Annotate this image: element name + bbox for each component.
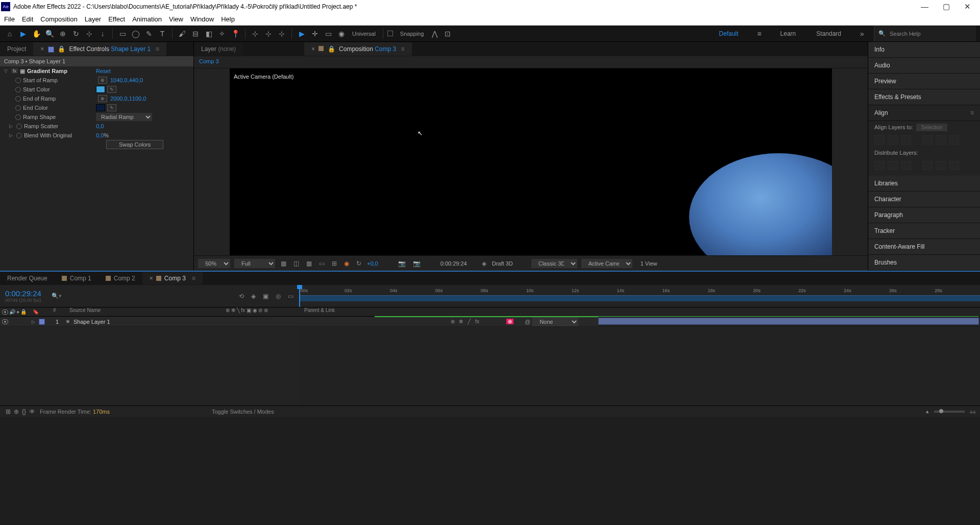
resolution-select[interactable]: Full <box>234 259 275 268</box>
tab-comp1[interactable]: Comp 1 <box>55 272 99 284</box>
layer-visibility-toggle[interactable] <box>2 319 8 324</box>
eyedropper-icon[interactable]: ✎ <box>107 86 116 93</box>
current-timecode[interactable]: 0:00:29:24 <box>5 289 41 298</box>
snap-opt2-icon[interactable]: ⊡ <box>442 28 453 39</box>
dist-left-icon[interactable] <box>874 161 885 170</box>
guides-icon[interactable]: ▭ <box>317 260 326 267</box>
shy-icon[interactable]: ⟲ <box>237 293 246 300</box>
frame-blend-icon[interactable]: ◈ <box>250 293 257 300</box>
swap-colors-button[interactable]: Swap Colors <box>106 140 163 149</box>
menu-help[interactable]: Help <box>221 15 235 23</box>
sw-shy[interactable]: ⊕ <box>449 319 456 324</box>
layer-track[interactable] <box>598 317 980 326</box>
view-count[interactable]: 1 View <box>641 260 657 267</box>
ramp-shape-select[interactable]: Radial Ramp <box>96 113 152 121</box>
time-ruler[interactable]: :00s02s04s06s08s10s12s14s16s18s20s22s24s… <box>299 285 980 307</box>
label-col-icon[interactable]: 🔖 <box>33 309 39 315</box>
timeline-search[interactable]: 🔍▾ <box>52 293 218 299</box>
roto-tool[interactable]: ✧ <box>216 28 228 39</box>
align-hcenter-icon[interactable] <box>888 135 898 145</box>
transparency-icon[interactable]: ▦ <box>279 260 288 267</box>
end-color-swatch[interactable] <box>96 104 105 111</box>
panel-paragraph[interactable]: Paragraph <box>868 207 980 223</box>
menu-effect[interactable]: Effect <box>108 15 125 23</box>
sw-fx[interactable]: fx <box>474 319 481 324</box>
menu-file[interactable]: File <box>4 15 15 23</box>
shape-layer-sphere[interactable] <box>689 153 832 255</box>
graph-icon[interactable]: ◎ <box>274 293 282 300</box>
audio-col-icon[interactable]: 🔊 <box>9 309 15 315</box>
sw-collapse[interactable]: ✻ <box>457 319 464 324</box>
solo-col-icon[interactable]: ● <box>16 309 19 315</box>
anchor-tool[interactable]: ↓ <box>97 28 108 39</box>
pen-tool[interactable]: ✎ <box>143 28 155 39</box>
start-color-swatch[interactable] <box>96 86 105 93</box>
workspace-default[interactable]: Default <box>714 28 744 39</box>
maximize-button[interactable]: ▢ <box>943 2 950 11</box>
pan-behind-tool[interactable]: ⊹ <box>84 28 95 39</box>
tab-composition[interactable]: × 🔒 Composition Comp 3 ≡ <box>304 42 411 56</box>
panel-libraries[interactable]: Libraries <box>868 176 980 192</box>
menu-composition[interactable]: Composition <box>40 15 77 23</box>
reset-link[interactable]: Reset <box>96 68 111 74</box>
zoom-tool[interactable]: 🔍 <box>44 28 55 39</box>
pickwhip-icon[interactable]: @ <box>525 319 530 325</box>
prop-ramp-shape[interactable]: Ramp Shape Radial Ramp <box>0 112 193 122</box>
lock-col-icon[interactable]: 🔒 <box>20 309 27 315</box>
lock-icon[interactable]: 🔒 <box>58 45 65 53</box>
align-vcenter-icon[interactable] <box>936 135 946 145</box>
tab-project[interactable]: Project <box>0 42 33 56</box>
zoom-slider[interactable] <box>934 411 965 413</box>
col-num[interactable]: # <box>51 307 63 316</box>
menu-view[interactable]: View <box>169 15 183 23</box>
prop-blend[interactable]: ▷ Blend With Original 0,0% <box>0 131 193 140</box>
clone-tool[interactable]: ⊟ <box>190 28 201 39</box>
world-axis-icon[interactable]: ⊹ <box>263 28 274 39</box>
snapping-checkbox[interactable] <box>387 31 393 36</box>
color-mgmt-icon[interactable]: ◉ <box>342 260 351 267</box>
snap-opt-icon[interactable]: ⋀ <box>429 28 440 39</box>
composition-breadcrumb[interactable]: Comp 3 <box>194 56 868 68</box>
zoom-in-icon[interactable]: ▵▵ <box>970 408 976 415</box>
col-source-name[interactable]: Source Name <box>63 307 224 316</box>
workspace-learn[interactable]: Learn <box>775 28 801 39</box>
panel-tracker[interactable]: Tracker <box>868 223 980 239</box>
tab-layer[interactable]: Layer (none) <box>194 42 243 56</box>
video-col-icon[interactable] <box>2 309 8 315</box>
menu-layer[interactable]: Layer <box>85 15 102 23</box>
dist-right-icon[interactable] <box>901 161 911 170</box>
prop-end-color[interactable]: End Color ✎ <box>0 103 193 112</box>
renderer-select[interactable]: Classic 3D <box>531 259 577 268</box>
tab-comp2[interactable]: Comp 2 <box>99 272 142 284</box>
sw-3d[interactable]: ⊕ <box>506 319 513 324</box>
dist-bottom-icon[interactable] <box>949 161 959 170</box>
channel-icon[interactable]: ⊞ <box>330 260 338 267</box>
draft3d-icon[interactable]: ◈ <box>480 260 488 267</box>
layer-name[interactable]: Shape Layer 1 <box>74 319 110 325</box>
draft3d-label[interactable]: Draft 3D <box>492 260 513 267</box>
toggle-switches-button[interactable]: Toggle Switches / Modes <box>212 409 274 415</box>
brainstorm-icon[interactable]: ▭ <box>286 293 295 300</box>
prop-end-of-ramp[interactable]: End of Ramp ⊕ 2000,0,1100,0 <box>0 94 193 103</box>
menu-window[interactable]: Window <box>190 15 214 23</box>
exposure-value[interactable]: +0,0 <box>367 260 378 267</box>
footer-ic3[interactable]: {} <box>20 408 28 415</box>
prop-ramp-scatter[interactable]: ▷ Ramp Scatter 0,0 <box>0 122 193 131</box>
rotate-tool[interactable]: ↻ <box>70 28 82 39</box>
panel-preview[interactable]: Preview <box>868 74 980 89</box>
grid-icon[interactable]: ▦ <box>305 260 313 267</box>
plus-icon[interactable]: ✛ <box>309 28 321 39</box>
panel-character[interactable]: Character <box>868 192 980 207</box>
dist-vcenter-icon[interactable] <box>936 161 946 170</box>
layer-duration-bar[interactable] <box>598 318 979 325</box>
zoom-out-icon[interactable]: ▴ <box>926 408 929 415</box>
local-axis-icon[interactable]: ⊹ <box>250 28 261 39</box>
prop-start-of-ramp[interactable]: Start of Ramp ⊕ 1040,0,440,0 <box>0 76 193 85</box>
align-selection-dropdown[interactable]: Selection <box>916 124 947 131</box>
move-icon[interactable]: ▶ <box>296 28 307 39</box>
rect-tool[interactable]: ▭ <box>117 28 128 39</box>
hand-tool[interactable]: ✋ <box>31 28 42 39</box>
search-help[interactable]: 🔍 Search Help <box>874 26 976 41</box>
type-tool[interactable]: T <box>157 28 168 39</box>
layer-color-label[interactable] <box>39 319 45 325</box>
